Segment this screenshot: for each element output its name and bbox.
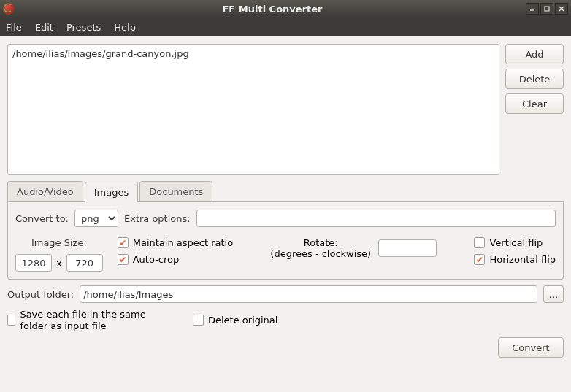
- browse-button[interactable]: ...: [543, 285, 564, 303]
- delete-button[interactable]: Delete: [505, 69, 564, 89]
- horizontal-flip-checkbox[interactable]: Horizontal flip: [474, 254, 556, 265]
- minimize-button[interactable]: [526, 3, 539, 15]
- tabs: Audio/Video Images Documents: [7, 181, 564, 202]
- delete-original-checkbox[interactable]: Delete original: [193, 315, 277, 326]
- save-same-folder-checkbox[interactable]: Save each file in the same folder as inp…: [7, 309, 175, 331]
- menu-file[interactable]: File: [6, 22, 22, 33]
- vertical-flip-checkbox[interactable]: Vertical flip: [474, 237, 556, 248]
- extra-options-label: Extra options:: [124, 213, 191, 224]
- tab-audio-video[interactable]: Audio/Video: [7, 181, 83, 201]
- maintain-aspect-checkbox[interactable]: Maintain aspect ratio: [118, 237, 233, 248]
- rotate-label: Rotate:: [270, 237, 371, 248]
- auto-crop-checkbox[interactable]: Auto-crop: [118, 254, 233, 265]
- output-folder-label: Output folder:: [7, 289, 74, 300]
- rotate-input[interactable]: [378, 239, 437, 257]
- menubar: File Edit Presets Help: [0, 18, 571, 36]
- menu-help[interactable]: Help: [114, 22, 136, 33]
- tab-images[interactable]: Images: [85, 182, 139, 202]
- height-input[interactable]: [66, 254, 103, 272]
- maximize-button[interactable]: [540, 3, 553, 15]
- convert-to-label: Convert to:: [15, 213, 69, 224]
- convert-button[interactable]: Convert: [498, 337, 564, 358]
- close-button[interactable]: [555, 3, 568, 15]
- rotate-sublabel: (degrees - clockwise): [270, 248, 371, 259]
- x-separator: x: [56, 258, 62, 269]
- clear-button[interactable]: Clear: [505, 93, 564, 114]
- menu-edit[interactable]: Edit: [35, 22, 53, 33]
- width-input[interactable]: [15, 254, 52, 272]
- images-panel: Convert to: png Extra options: Image Siz…: [7, 202, 564, 280]
- menu-presets[interactable]: Presets: [66, 22, 101, 33]
- svg-rect-1: [545, 7, 549, 11]
- image-size-label: Image Size:: [31, 237, 87, 248]
- add-button[interactable]: Add: [505, 44, 564, 64]
- tab-documents[interactable]: Documents: [139, 181, 212, 201]
- file-list[interactable]: /home/ilias/Images/grand-canyon.jpg: [7, 44, 499, 175]
- titlebar: FF Multi Converter: [0, 0, 571, 18]
- list-item[interactable]: /home/ilias/Images/grand-canyon.jpg: [12, 47, 494, 60]
- extra-options-input[interactable]: [196, 210, 556, 227]
- app-icon: [3, 3, 15, 15]
- window-title: FF Multi Converter: [19, 4, 526, 15]
- convert-to-select[interactable]: png: [74, 210, 118, 227]
- output-folder-input[interactable]: [80, 285, 537, 303]
